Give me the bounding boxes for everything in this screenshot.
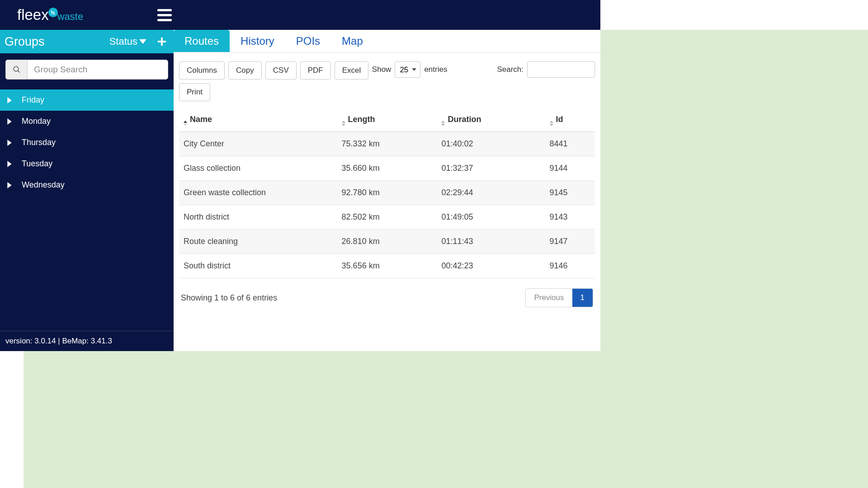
sort-icon xyxy=(441,121,445,126)
show-label: Show xyxy=(372,65,392,74)
cell-name: Green waste collection xyxy=(179,181,337,205)
table-row[interactable]: North district82.502 km01:49:059143 xyxy=(179,205,595,230)
status-dropdown-label: Status xyxy=(109,36,137,47)
cell-length: 75.332 km xyxy=(337,132,437,156)
chevron-right-icon xyxy=(7,161,12,167)
cell-name: City Center xyxy=(179,132,337,156)
tab-pois[interactable]: POIs xyxy=(285,30,331,52)
entries-label: entries xyxy=(424,65,447,74)
topbar: fleex waste xyxy=(0,0,600,30)
sidebar-item-label: Monday xyxy=(22,117,51,126)
sidebar-item-friday[interactable]: Friday xyxy=(0,89,174,111)
page-size-select[interactable]: 25 xyxy=(395,61,420,78)
table-toolbar: ColumnsCopyCSVPDFExcelPrint Show 25 entr… xyxy=(179,61,595,101)
group-search-input[interactable] xyxy=(27,60,168,80)
tab-map[interactable]: Map xyxy=(331,30,374,52)
chevron-right-icon xyxy=(7,97,12,103)
cell-name: North district xyxy=(179,205,337,230)
add-group-button[interactable] xyxy=(155,34,169,49)
pdf-button[interactable]: PDF xyxy=(300,61,331,80)
table-header-row: NameLengthDurationId xyxy=(179,109,595,132)
cell-duration: 02:29:44 xyxy=(437,181,545,205)
cell-name: Glass collection xyxy=(179,156,337,181)
cell-length: 26.810 km xyxy=(337,230,437,254)
print-button[interactable]: Print xyxy=(179,83,210,101)
table-search-input[interactable] xyxy=(527,61,595,78)
cell-duration: 01:32:37 xyxy=(437,156,545,181)
tab-routes[interactable]: Routes xyxy=(174,30,230,52)
table-row[interactable]: City Center75.332 km01:40:028441 xyxy=(179,132,595,156)
plus-icon xyxy=(157,37,167,47)
chevron-right-icon xyxy=(7,182,12,188)
sidebar: Groups Status xyxy=(0,30,174,351)
column-header-duration[interactable]: Duration xyxy=(437,109,545,132)
cell-name: South district xyxy=(179,254,337,278)
logo-badge-icon xyxy=(48,8,58,17)
hamburger-menu-button[interactable] xyxy=(157,9,172,21)
app-window: fleex waste Groups Status xyxy=(0,0,600,351)
logo[interactable]: fleex waste xyxy=(17,6,83,23)
sidebar-item-label: Friday xyxy=(22,95,44,105)
export-button-group: ColumnsCopyCSVPDFExcelPrint xyxy=(179,61,372,101)
cell-id: 9147 xyxy=(545,230,595,254)
table-info: Showing 1 to 6 of 6 entries xyxy=(181,293,277,303)
cell-id: 8441 xyxy=(545,132,595,156)
sidebar-item-label: Tuesday xyxy=(22,159,52,169)
column-header-name[interactable]: Name xyxy=(179,109,337,132)
chevron-right-icon xyxy=(7,118,12,125)
sidebar-item-tuesday[interactable]: Tuesday xyxy=(0,153,174,174)
cell-name: Route cleaning xyxy=(179,230,337,254)
table-row[interactable]: Glass collection35.660 km01:32:379144 xyxy=(179,156,595,181)
columns-button[interactable]: Columns xyxy=(179,61,225,80)
sidebar-title: Groups xyxy=(5,35,45,49)
table-row[interactable]: Route cleaning26.810 km01:11:439147 xyxy=(179,230,595,254)
search-icon xyxy=(5,60,27,80)
tab-history[interactable]: History xyxy=(230,30,285,52)
sidebar-header: Groups Status xyxy=(0,30,174,53)
cell-id: 9145 xyxy=(545,181,595,205)
table-footer: Showing 1 to 6 of 6 entries Previous 1 xyxy=(179,278,595,312)
table-row[interactable]: Green waste collection92.780 km02:29:449… xyxy=(179,181,595,205)
table-search: Search: xyxy=(497,61,595,78)
sort-icon xyxy=(184,121,187,126)
cell-duration: 01:49:05 xyxy=(437,205,545,230)
chevron-right-icon xyxy=(7,140,12,146)
sidebar-item-thursday[interactable]: Thursday xyxy=(0,132,174,153)
page-size-control: Show 25 entries xyxy=(372,61,448,78)
routes-table: NameLengthDurationId City Center75.332 k… xyxy=(179,109,595,278)
csv-button[interactable]: CSV xyxy=(265,61,297,80)
sidebar-search-row xyxy=(0,53,174,86)
sidebar-item-wednesday[interactable]: Wednesday xyxy=(0,174,174,196)
group-list: FridayMondayThursdayTuesdayWednesday xyxy=(0,89,174,331)
main-tabs: RoutesHistoryPOIsMap xyxy=(174,30,600,52)
table-body: City Center75.332 km01:40:028441Glass co… xyxy=(179,132,595,278)
sidebar-item-label: Wednesday xyxy=(22,180,65,190)
pager-page-button[interactable]: 1 xyxy=(572,289,593,307)
excel-button[interactable]: Excel xyxy=(335,61,369,80)
sidebar-item-label: Thursday xyxy=(22,138,56,147)
content-area: ColumnsCopyCSVPDFExcelPrint Show 25 entr… xyxy=(174,52,600,351)
copy-button[interactable]: Copy xyxy=(228,61,262,80)
table-row[interactable]: South district35.656 km00:42:239146 xyxy=(179,254,595,278)
sort-icon xyxy=(550,121,553,126)
cell-id: 9144 xyxy=(545,156,595,181)
status-dropdown[interactable]: Status xyxy=(109,36,146,47)
cell-length: 35.656 km xyxy=(337,254,437,278)
caret-down-icon xyxy=(139,39,146,44)
pager-previous-button[interactable]: Previous xyxy=(526,289,572,307)
column-header-length[interactable]: Length xyxy=(337,109,437,132)
cell-id: 9143 xyxy=(545,205,595,230)
cell-length: 82.502 km xyxy=(337,205,437,230)
cell-duration: 00:42:23 xyxy=(437,254,545,278)
version-label: version: 3.0.14 | BeMap: 3.41.3 xyxy=(0,331,174,351)
logo-text-waste: waste xyxy=(57,11,83,23)
cell-duration: 01:40:02 xyxy=(437,132,545,156)
cell-length: 35.660 km xyxy=(337,156,437,181)
main-panel: RoutesHistoryPOIsMap ColumnsCopyCSVPDFEx… xyxy=(174,30,600,351)
svg-rect-1 xyxy=(158,41,166,42)
column-header-id[interactable]: Id xyxy=(545,109,595,132)
pager: Previous 1 xyxy=(525,288,593,307)
sidebar-item-monday[interactable]: Monday xyxy=(0,111,174,132)
cell-length: 92.780 km xyxy=(337,181,437,205)
cell-duration: 01:11:43 xyxy=(437,230,545,254)
